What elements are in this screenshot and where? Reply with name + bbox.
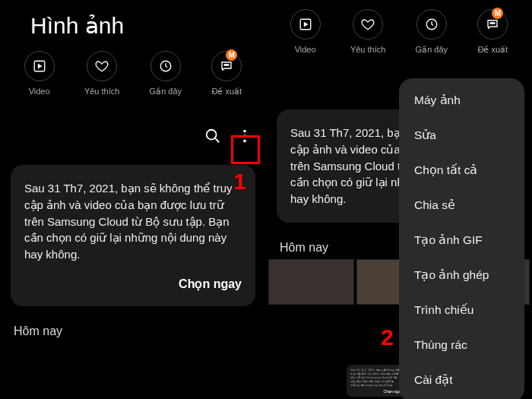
- thumbnail[interactable]: [268, 259, 354, 305]
- section-today: Hôm nay: [0, 315, 266, 343]
- svg-point-2: [224, 65, 226, 66]
- tab-suggestions[interactable]: M Đề xuất: [477, 9, 508, 55]
- search-icon: [204, 128, 221, 147]
- svg-point-11: [490, 23, 492, 24]
- menu-slideshow[interactable]: Trình chiếu: [399, 293, 524, 328]
- notice-card: Sau 31 Th7, 2021, bạn sẽ không thể truy …: [11, 165, 255, 306]
- tab-label: Gần đây: [416, 45, 448, 55]
- tab-favorites[interactable]: Yêu thích: [84, 51, 119, 97]
- tab-favorites[interactable]: Yêu thích: [350, 9, 385, 55]
- screen-right: Video Yêu thích Gần đây M Đề xuất Sau 31…: [266, 0, 532, 399]
- tab-label: Đề xuất: [477, 45, 508, 55]
- heart-icon: [353, 9, 383, 40]
- tab-label: Yêu thích: [350, 45, 385, 54]
- tab-label: Video: [29, 87, 50, 96]
- clock-icon: [150, 51, 181, 81]
- svg-point-6: [243, 130, 246, 133]
- screen-left: Hình ảnh Video Yêu thích Gần đây M Đề x: [0, 0, 266, 399]
- clock-icon: [416, 9, 447, 40]
- play-icon: [290, 9, 321, 40]
- page-title: Hình ảnh: [0, 0, 266, 45]
- tab-label: Đề xuất: [211, 87, 242, 97]
- heart-icon: [87, 51, 117, 81]
- category-tabs: Video Yêu thích Gần đây M Đề xuất: [266, 0, 532, 64]
- more-vertical-icon: [236, 128, 253, 147]
- more-menu-button[interactable]: [236, 128, 254, 147]
- svg-point-4: [228, 65, 230, 66]
- tab-recent[interactable]: Gần đây: [416, 9, 448, 55]
- svg-point-12: [492, 23, 494, 24]
- svg-point-13: [494, 23, 496, 24]
- tab-video[interactable]: Video: [24, 51, 55, 97]
- mini-text: Sau 31 Th7, 2021, bạn sẽ không thể truy …: [350, 368, 402, 388]
- play-icon: [24, 51, 55, 81]
- menu-collage[interactable]: Tạo ảnh ghép: [399, 258, 524, 293]
- tab-recent[interactable]: Gần đây: [150, 51, 182, 97]
- step-2-label: 2: [381, 325, 394, 350]
- menu-create-gif[interactable]: Tạo ảnh GIF: [399, 223, 524, 258]
- mini-notice-card: Sau 31 Th7, 2021, bạn sẽ không thể truy …: [347, 365, 406, 397]
- tab-label: Yêu thích: [84, 87, 119, 96]
- mini-action: Chọn ngay: [350, 389, 402, 394]
- tab-suggestions[interactable]: M Đề xuất: [211, 51, 242, 97]
- category-tabs: Video Yêu thích Gần đây M Đề xuất: [0, 45, 266, 106]
- action-bar: [0, 106, 266, 156]
- svg-point-5: [207, 130, 217, 140]
- svg-point-3: [226, 65, 228, 66]
- svg-point-7: [243, 135, 246, 138]
- svg-point-8: [243, 140, 246, 143]
- menu-trash[interactable]: Thùng rác: [399, 328, 524, 363]
- notice-text: Sau 31 Th7, 2021, bạn sẽ không thể truy …: [24, 180, 242, 263]
- notice-action-button[interactable]: Chọn ngay: [24, 277, 242, 291]
- tab-video[interactable]: Video: [290, 9, 321, 55]
- search-button[interactable]: [204, 128, 222, 147]
- tab-label: Gần đây: [150, 87, 182, 97]
- menu-share[interactable]: Chia sẻ: [399, 188, 524, 223]
- tab-label: Video: [295, 45, 316, 54]
- step-1-label: 1: [233, 169, 246, 195]
- menu-select-all[interactable]: Chọn tất cả: [399, 153, 524, 188]
- overflow-menu: Máy ảnh Sửa Chọn tất cả Chia sẻ Tạo ảnh …: [399, 78, 524, 399]
- menu-settings[interactable]: Cài đặt: [399, 363, 524, 397]
- menu-edit[interactable]: Sửa: [399, 118, 524, 153]
- menu-camera[interactable]: Máy ảnh: [399, 83, 524, 118]
